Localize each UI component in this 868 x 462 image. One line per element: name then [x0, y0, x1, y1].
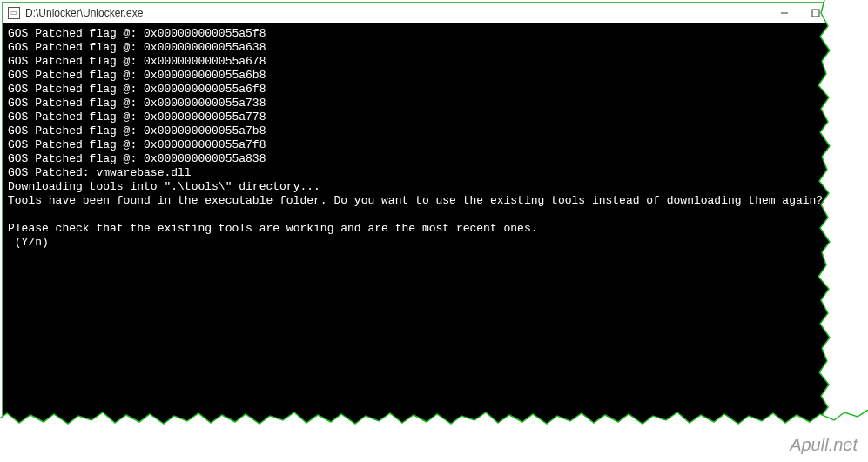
app-icon: ▭	[8, 7, 20, 19]
svg-rect-1	[812, 10, 819, 17]
console-output[interactable]: GOS Patched flag @: 0x000000000055a5f8 G…	[3, 23, 837, 436]
window-title: D:\Unlocker\Unlocker.exe	[25, 7, 769, 19]
window-controls	[769, 3, 831, 23]
titlebar[interactable]: ▭ D:\Unlocker\Unlocker.exe	[3, 3, 837, 23]
maximize-button[interactable]	[800, 3, 831, 23]
watermark: Apull.net	[790, 435, 858, 455]
minimize-button[interactable]	[769, 3, 800, 23]
console-window: ▭ D:\Unlocker\Unlocker.exe GOS Patched f…	[2, 2, 838, 437]
